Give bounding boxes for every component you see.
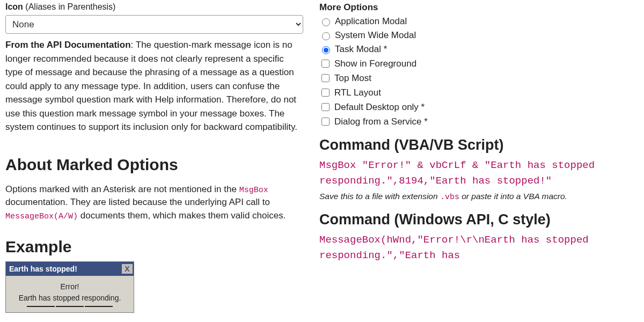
- option-label: Top Most: [334, 73, 371, 84]
- msgbox-code: MsgBox: [239, 186, 268, 195]
- option-label: RTL Layout: [334, 87, 381, 98]
- option-row[interactable]: Dialog from a Service *: [319, 116, 636, 127]
- option-radio[interactable]: [322, 18, 330, 26]
- example-heading: Example: [5, 238, 303, 256]
- api-documentation-note: From the API Documentation: The question…: [5, 38, 303, 134]
- option-label: System Wide Modal: [335, 30, 416, 41]
- vbs-hint-post: or paste it into a VBA macro.: [459, 192, 567, 201]
- option-row[interactable]: Application Modal: [319, 16, 636, 27]
- icon-field-label: Icon (Aliases in Parenthesis): [5, 2, 303, 12]
- api-doc-lead: From the API Documentation: [5, 40, 131, 50]
- messagebox-line2: Earth has stopped responding.: [9, 292, 130, 304]
- vbs-hint-pre: Save this to a file with extension: [319, 192, 440, 201]
- option-label: Dialog from a Service *: [334, 116, 428, 127]
- vbs-ext-code: .vbs: [440, 193, 459, 202]
- option-checkbox[interactable]: [321, 60, 330, 68]
- about-marked-options-heading: About Marked Options: [5, 156, 303, 174]
- messagebox-button[interactable]: [56, 306, 84, 310]
- icon-label-strong: Icon: [5, 2, 23, 11]
- about-text-mid: documentation. They are listed because t…: [5, 197, 270, 207]
- option-row[interactable]: Default Desktop only *: [319, 101, 636, 113]
- icon-select[interactable]: None: [5, 15, 303, 34]
- option-checkbox[interactable]: [321, 103, 330, 111]
- option-row[interactable]: Top Most: [319, 72, 636, 84]
- left-column: Icon (Aliases in Parenthesis) None From …: [5, 0, 303, 313]
- messagebox-button-row: [9, 304, 130, 310]
- option-row[interactable]: RTL Layout: [319, 87, 636, 98]
- option-label: Show in Foreground: [334, 58, 416, 69]
- more-options-list: Application ModalSystem Wide ModalTask M…: [319, 16, 636, 127]
- messagebox-content: Error! Earth has stopped responding.: [6, 276, 134, 312]
- option-checkbox[interactable]: [321, 74, 330, 82]
- command-c-heading: Command (Windows API, C style): [319, 211, 636, 228]
- page-root: Icon (Aliases in Parenthesis) None From …: [0, 0, 644, 318]
- option-label: Application Modal: [335, 16, 407, 27]
- option-radio[interactable]: [322, 46, 330, 54]
- vbs-hint: Save this to a file with extension .vbs …: [319, 192, 636, 202]
- option-label: Default Desktop only *: [334, 102, 425, 113]
- option-row[interactable]: System Wide Modal: [319, 30, 636, 41]
- option-radio[interactable]: [322, 32, 330, 40]
- messagebox-button[interactable]: [85, 306, 113, 310]
- command-c-code: MessageBox(hWnd,"Error!\r\nEarth has sto…: [319, 232, 636, 264]
- messagebox-button[interactable]: [27, 306, 55, 310]
- about-marked-options-body: Options marked with an Asterisk are not …: [5, 183, 303, 223]
- messagebox-code: MessageBox(A/W): [5, 212, 78, 221]
- option-row[interactable]: Task Modal *: [319, 44, 636, 55]
- command-vba-heading: Command (VBA/VB Script): [319, 137, 636, 153]
- messagebox-title: Earth has stopped!: [9, 265, 77, 273]
- option-checkbox[interactable]: [321, 118, 330, 126]
- right-column: More Options Application ModalSystem Wid…: [319, 0, 636, 313]
- about-text-post: documents them, which makes them valid c…: [78, 210, 286, 221]
- option-checkbox[interactable]: [321, 89, 330, 97]
- icon-label-paren: (Aliases in Parenthesis): [25, 2, 115, 11]
- close-icon[interactable]: X: [122, 264, 133, 274]
- command-vba-code: MsgBox "Error!" & vbCrLf & "Earth has st…: [319, 158, 636, 189]
- messagebox-titlebar: Earth has stopped! X: [6, 262, 134, 276]
- example-messagebox: Earth has stopped! X Error! Earth has st…: [5, 261, 134, 313]
- more-options-heading: More Options: [319, 2, 636, 13]
- messagebox-line1: Error!: [9, 281, 130, 292]
- api-doc-text: : The question-mark message icon is no l…: [5, 40, 297, 132]
- about-text-pre: Options marked with an Asterisk are not …: [5, 184, 239, 194]
- option-label: Task Modal *: [335, 44, 387, 55]
- option-row[interactable]: Show in Foreground: [319, 58, 636, 69]
